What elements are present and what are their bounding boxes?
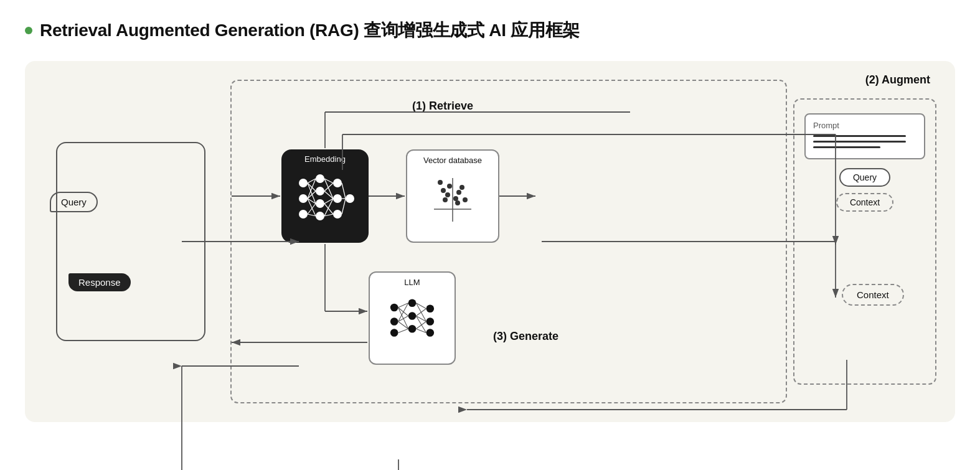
svg-line-62	[416, 322, 426, 329]
svg-point-6	[316, 212, 324, 220]
svg-point-50	[426, 317, 435, 326]
svg-point-35	[456, 190, 461, 195]
bullet-icon	[25, 27, 32, 34]
svg-point-9	[333, 210, 342, 219]
svg-line-26	[324, 179, 333, 199]
svg-point-44	[390, 317, 398, 326]
llm-label: LLM	[404, 278, 420, 287]
embedding-neural-net-icon	[294, 167, 356, 230]
svg-point-7	[333, 179, 342, 187]
page-title: Retrieval Augmented Generation (RAG) 查询增…	[40, 19, 580, 42]
svg-point-4	[316, 187, 324, 195]
response-bubble: Response	[68, 273, 131, 291]
vector-db-box: Vector database	[406, 149, 499, 243]
svg-point-41	[438, 180, 443, 185]
svg-point-3	[316, 174, 324, 183]
svg-line-28	[342, 183, 346, 199]
svg-point-33	[441, 188, 446, 193]
svg-line-21	[324, 183, 333, 191]
vector-db-label: Vector database	[423, 156, 482, 165]
embedding-box: Embedding	[281, 149, 369, 243]
generate-label: (3) Generate	[493, 330, 558, 343]
svg-point-36	[443, 197, 448, 202]
llm-neural-net-icon	[384, 291, 440, 347]
prompt-line-1	[813, 135, 906, 137]
chat-panel: Query Response	[44, 80, 218, 403]
svg-point-42	[455, 200, 460, 205]
svg-line-24	[324, 204, 333, 214]
llm-box: LLM	[369, 271, 456, 365]
diagram-bg: Query Response (1) Retrieve Embedding	[25, 61, 955, 422]
svg-point-1	[299, 194, 308, 203]
augment-label: (2) Augment	[865, 73, 930, 87]
svg-point-49	[426, 305, 435, 313]
chat-box	[56, 142, 205, 341]
query-bubble: Query	[50, 192, 98, 212]
svg-point-39	[445, 192, 450, 197]
svg-point-2	[299, 210, 308, 219]
retrieve-label: (1) Retrieve	[412, 100, 473, 113]
svg-line-25	[324, 214, 333, 216]
augment-context-pill: Context	[836, 193, 893, 212]
svg-line-56	[398, 329, 408, 332]
svg-point-48	[408, 325, 417, 333]
svg-point-43	[390, 304, 398, 312]
augment-query-pill: Query	[839, 168, 890, 187]
svg-point-46	[408, 299, 417, 308]
prompt-line-3	[813, 146, 880, 148]
svg-point-38	[459, 185, 464, 190]
prompt-title: Prompt	[813, 121, 916, 130]
svg-point-5	[316, 199, 324, 208]
svg-point-47	[408, 312, 417, 320]
svg-line-14	[308, 179, 316, 199]
svg-line-19	[308, 214, 316, 216]
svg-line-30	[342, 199, 346, 214]
embedding-label: Embedding	[304, 154, 346, 164]
svg-point-0	[299, 179, 308, 187]
svg-point-45	[390, 329, 398, 337]
svg-point-8	[333, 194, 342, 203]
vector-db-scatter-icon	[422, 169, 484, 231]
prompt-box: Prompt	[804, 113, 925, 159]
prompt-line-2	[813, 141, 906, 143]
svg-point-10	[346, 194, 354, 203]
svg-point-34	[447, 184, 452, 189]
rag-diagram: Query Response (1) Retrieve Embedding	[25, 61, 955, 422]
svg-point-51	[426, 329, 435, 337]
page-header: Retrieval Augmented Generation (RAG) 查询增…	[25, 19, 955, 42]
svg-point-37	[453, 196, 458, 201]
svg-point-40	[463, 197, 468, 202]
